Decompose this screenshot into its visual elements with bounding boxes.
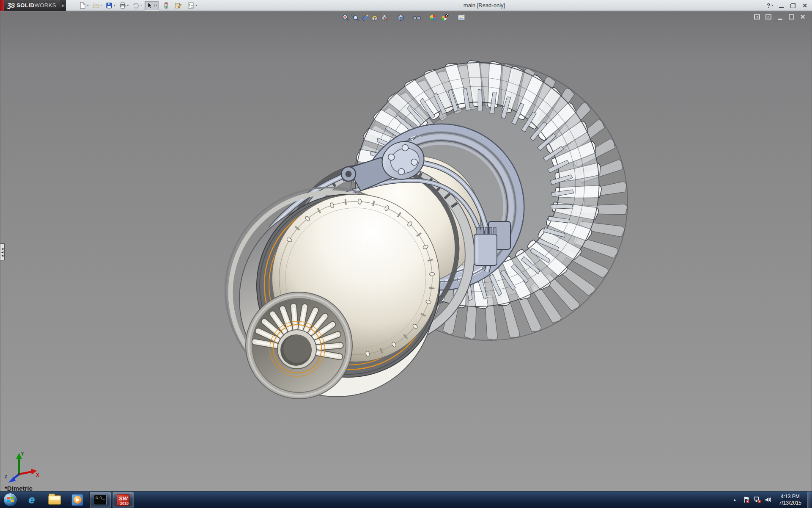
doc-minimize-button[interactable]: [776, 14, 784, 20]
comment-button[interactable]: [173, 1, 183, 10]
chevron-left-icon: ◀: [1, 254, 3, 257]
help-icon: ?: [767, 2, 771, 9]
headsup-hide-show-items-button[interactable]: [412, 13, 422, 22]
traffic-light-button[interactable]: [162, 1, 170, 10]
featuremanager-collapsed-tab[interactable]: ◀ ◀ ◀: [0, 243, 5, 260]
minimize-icon: [779, 7, 784, 8]
orientation-triad: Y X Z: [4, 450, 40, 485]
windows-flag-icon: [6, 496, 14, 504]
volume-icon[interactable]: [765, 496, 772, 504]
pane-collapse-right-icon: ▸: [765, 14, 771, 19]
edit-appearance-icon: [429, 14, 437, 22]
solidworks-logo: ƷS SOLID WORKS: [4, 0, 60, 11]
taskbar-solidworks-2015[interactable]: SW 2015: [112, 492, 134, 508]
solidworks-2015-icon: SW 2015: [117, 494, 129, 506]
main-toolbar: ▾ ▾ ▾ ▾ ▾ ▾: [78, 0, 200, 11]
titlebar: ƷS SOLID WORKS ▶ ▾ ▾ ▾ ▾: [0, 0, 812, 11]
start-button[interactable]: [0, 491, 20, 508]
restore-icon: [790, 3, 796, 8]
headsup-section-view-button[interactable]: [370, 13, 380, 22]
solidworks-logo-glyph-icon: ƷS: [7, 2, 14, 9]
undo-icon: [132, 2, 139, 9]
show-desktop-button[interactable]: [807, 491, 812, 508]
minimize-button[interactable]: [777, 2, 785, 9]
viewport-3d[interactable]: ◂ ▸ ✕ ◀ ◀ ◀ Y X Z *Dimetric: [0, 11, 812, 491]
windows-explorer-icon: [48, 495, 61, 505]
taskbar: e C:\_ SW 2015 ▲: [0, 491, 812, 508]
chevron-left-icon: ◀: [1, 251, 3, 254]
dropdown-arrow-icon[interactable]: ▾: [127, 4, 129, 7]
doc-close-button[interactable]: ✕: [799, 14, 807, 20]
headsup-zoom-to-area-button[interactable]: [351, 13, 360, 22]
command-prompt-icon: C:\_: [94, 495, 107, 505]
pane-collapse-left-button[interactable]: ◂: [753, 14, 761, 20]
dropdown-arrow-icon: ▾: [771, 4, 773, 7]
help-button[interactable]: ? ▾: [767, 2, 773, 9]
triad-z-label: Z: [5, 475, 7, 479]
open-icon: [93, 2, 99, 9]
dropdown-arrow-icon[interactable]: ▾: [195, 4, 197, 7]
select-button[interactable]: ▾: [145, 1, 159, 10]
clock-time: 4:13 PM: [779, 494, 801, 500]
hidden-icons-chevron-icon[interactable]: ▲: [733, 498, 737, 502]
media-player-icon: [71, 494, 83, 506]
taskbar-media-player[interactable]: [66, 492, 88, 508]
save-icon: [106, 2, 112, 9]
headsup-apply-scene-button[interactable]: [440, 13, 450, 22]
new-document-button[interactable]: ▾: [78, 1, 90, 10]
headsup-view-orientation-button[interactable]: [396, 13, 406, 22]
headsup-previous-view-button[interactable]: [360, 13, 370, 22]
undo-button[interactable]: ▾: [131, 1, 143, 10]
dropdown-arrow-icon[interactable]: ▾: [154, 4, 158, 7]
triad-x-label: X: [36, 472, 39, 478]
clock-date: 7/13/2015: [779, 500, 801, 506]
action-center-flag-icon[interactable]: [743, 496, 750, 504]
headsup-annotation-views-button[interactable]: [380, 13, 390, 22]
view-settings-icon: [457, 14, 466, 22]
open-button[interactable]: ▾: [91, 1, 104, 10]
internet-explorer-icon: e: [29, 493, 35, 506]
dropdown-arrow-icon[interactable]: ▾: [101, 4, 102, 7]
brand-text-bold: SOLID: [16, 2, 34, 8]
doc-restore-button[interactable]: [787, 14, 795, 20]
comment-icon: [175, 2, 182, 9]
doc-restore-icon: [789, 14, 794, 19]
view-orientation-icon: [397, 14, 405, 22]
taskbar-clock[interactable]: 4:13 PM 7/13/2015: [779, 494, 801, 506]
doc-minimize-icon: [778, 19, 782, 20]
solidworks-window: ƷS SOLID WORKS ▶ ▾ ▾ ▾ ▾: [0, 0, 812, 508]
annotation-views-icon: [381, 14, 389, 22]
apply-scene-icon: [441, 14, 449, 22]
taskbar-internet-explorer[interactable]: e: [21, 492, 43, 508]
print-button[interactable]: ▾: [118, 1, 130, 10]
dropdown-arrow-icon[interactable]: ▾: [87, 4, 89, 7]
hide-show-items-icon: [412, 14, 421, 22]
menu-expand-arrow-icon[interactable]: ▶: [60, 0, 66, 11]
headsup-view-settings-button[interactable]: [456, 13, 466, 22]
save-button[interactable]: ▾: [104, 1, 117, 10]
options-button[interactable]: ▾: [186, 1, 198, 10]
network-error-icon[interactable]: [754, 496, 761, 504]
pane-collapse-left-icon: ◂: [754, 14, 760, 19]
headsup-edit-appearance-button[interactable]: [428, 13, 438, 22]
dropdown-arrow-icon[interactable]: ▾: [140, 4, 142, 7]
windows-start-orb-icon: [3, 493, 17, 507]
traffic-light-icon: [164, 2, 169, 9]
close-button[interactable]: ✕: [801, 2, 809, 9]
chevron-left-icon: ◀: [1, 247, 3, 250]
pane-collapse-right-button[interactable]: ▸: [765, 14, 772, 20]
section-view-icon: [371, 14, 379, 22]
options-list-icon: [187, 2, 194, 9]
headsup-zoom-to-fit-button[interactable]: [341, 13, 351, 22]
engine-model[interactable]: [0, 11, 812, 491]
taskbar-command-prompt[interactable]: C:\_: [89, 492, 111, 508]
system-tray: ▲ 4:13 PM 7/13/2015: [733, 491, 812, 508]
dropdown-arrow-icon[interactable]: ▾: [114, 4, 115, 7]
titlebar-controls: ? ▾ ✕: [767, 0, 809, 11]
restore-button[interactable]: [789, 2, 797, 9]
brand-text-light: WORKS: [34, 2, 56, 8]
taskbar-windows-explorer[interactable]: [44, 492, 66, 508]
triad-y-label: Y: [21, 451, 24, 457]
select-cursor-icon: [146, 2, 153, 9]
window-title: main [Read-only]: [417, 2, 552, 8]
